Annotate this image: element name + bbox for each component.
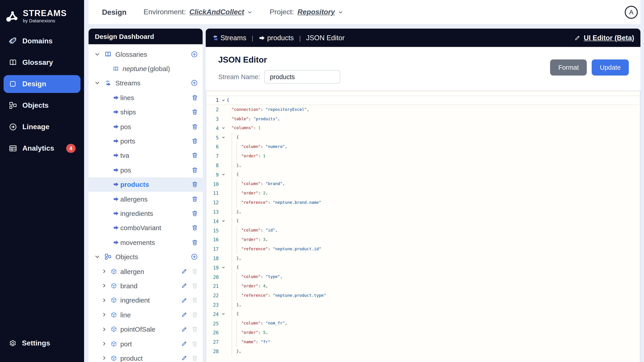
collapse-toggle[interactable] [94,80,100,86]
tree-item-ingredients[interactable]: ingredients [88,206,202,221]
code-line[interactable]: 17"reference": "neptune.product.id" [206,245,640,254]
tree-item-pos[interactable]: pos [88,119,202,134]
update-button[interactable]: Update [592,59,629,75]
tree-section-streams[interactable]: Streams [88,76,202,90]
code-line[interactable]: 18}, [206,254,640,263]
delete-button[interactable] [192,109,198,115]
code-line[interactable]: 4"columns": [ [206,124,640,133]
tree-section-objects[interactable]: Objects [88,250,202,264]
delete-button[interactable] [192,181,198,188]
tree-item-movements[interactable]: movements [88,235,202,250]
edit-button[interactable] [181,297,188,304]
expand-toggle[interactable] [101,341,107,347]
tree-item-comboVariant[interactable]: comboVariant [88,221,202,235]
delete-button[interactable] [192,152,198,159]
tree-item-lines[interactable]: lines [88,90,202,105]
code-line[interactable]: 26"order": 5, [206,328,640,338]
fold-toggle[interactable] [220,126,227,130]
expand-toggle[interactable] [101,268,107,274]
breadcrumb-item-products[interactable]: products [259,34,294,42]
delete-button[interactable] [192,196,198,202]
ui-editor-link[interactable]: UI Editor (Beta) [574,34,634,42]
edit-button[interactable] [181,268,188,274]
sidebar-item-objects[interactable]: Objects [4,96,80,114]
tree-item-pointOfSale[interactable]: pointOfSale [88,322,202,337]
code-line[interactable]: 20"column": "type", [206,272,640,282]
expand-toggle[interactable] [101,283,107,289]
code-line[interactable]: 25"column": "nom_fr", [206,319,640,328]
fold-toggle[interactable] [220,173,227,177]
code-line[interactable]: 16"order": 3, [206,235,640,245]
fold-toggle[interactable] [220,312,227,316]
add-button[interactable] [190,79,198,87]
tree-item-allergen[interactable]: allergen [88,264,202,279]
code-line[interactable]: 11"order": 2, [206,189,640,198]
fold-toggle[interactable] [220,266,227,270]
tree-item-allergens[interactable]: allergens [88,192,202,206]
environment-select[interactable]: ClickAndCollect [190,8,253,16]
project-select[interactable]: Repository [298,8,343,16]
add-button[interactable] [190,253,198,261]
code-line[interactable]: 2"connection": "repositoryExcel", [206,105,640,114]
code-line[interactable]: 27"name": "fr" [206,337,640,347]
tree-item-pos[interactable]: pos [88,163,202,177]
delete-button[interactable] [192,210,198,217]
code-line[interactable]: 28}, [206,347,640,356]
expand-toggle[interactable] [101,297,107,304]
sidebar-item-settings[interactable]: Settings [4,334,80,352]
delete-button[interactable] [192,239,198,246]
sidebar-item-lineage[interactable]: Lineage [4,118,80,136]
tree-section-glossaries[interactable]: Glossaries [88,47,202,61]
code-line[interactable]: 10"column": "brand", [206,179,640,189]
stream-name-input[interactable] [264,70,340,84]
tree-item-port[interactable]: port [88,337,202,351]
tree-item-products[interactable]: products [88,177,202,192]
tree-item-brand[interactable]: brand [88,279,202,293]
edit-button[interactable] [181,341,188,347]
tree-item-ingredient[interactable]: ingredient [88,293,202,308]
edit-button[interactable] [181,312,188,318]
expand-toggle[interactable] [101,355,107,361]
delete-button[interactable] [192,94,198,101]
breadcrumb-item-streams[interactable]: Streams [212,34,246,42]
code-line[interactable]: 23}, [206,300,640,310]
delete-button[interactable] [192,123,198,130]
fold-toggle[interactable] [220,98,227,102]
code-line[interactable]: 3"table": "produits", [206,114,640,124]
avatar[interactable]: A [625,5,638,18]
json-code-editor[interactable]: 1{2"connection": "repositoryExcel",3"tab… [206,91,640,362]
tree-item-ships[interactable]: ships [88,105,202,119]
tree-item-ports[interactable]: ports [88,134,202,148]
code-line[interactable]: 6"column": "numero", [206,142,640,151]
fold-toggle[interactable] [220,219,227,223]
code-line[interactable]: 12"reference": "neptune.brand.name" [206,198,640,207]
code-line[interactable]: 13}, [206,207,640,217]
code-line[interactable]: 5{ [206,133,640,142]
code-line[interactable]: 8}, [206,161,640,170]
code-line[interactable]: 15"column": "id", [206,226,640,235]
code-line[interactable]: 22"reference": "neptune.product.type" [206,291,640,300]
edit-button[interactable] [181,283,188,289]
breadcrumb-item-json-editor[interactable]: JSON Editor [306,34,344,42]
code-line[interactable]: 24{ [206,310,640,319]
tree-item-product[interactable]: product [88,351,202,362]
add-button[interactable] [190,50,198,58]
edit-button[interactable] [181,326,188,332]
sidebar-item-analytics[interactable]: Analytics4 [4,139,80,157]
fold-toggle[interactable] [220,135,227,139]
expand-toggle[interactable] [101,326,107,332]
sidebar-item-glossary[interactable]: Glossary [4,54,80,71]
collapse-toggle[interactable] [94,51,100,57]
code-line[interactable]: 21"order": 4, [206,282,640,291]
code-line[interactable]: 19{ [206,263,640,272]
expand-toggle[interactable] [101,312,107,318]
tree-item-line[interactable]: line [88,308,202,322]
code-line[interactable]: 7"order": 1 [206,151,640,161]
code-line[interactable]: 14{ [206,217,640,226]
delete-button[interactable] [192,225,198,231]
delete-button[interactable] [192,138,198,144]
collapse-toggle[interactable] [94,253,100,260]
format-button[interactable]: Format [550,59,587,75]
sidebar-item-design[interactable]: Design [4,75,80,93]
sidebar-item-domains[interactable]: Domains [4,32,80,50]
